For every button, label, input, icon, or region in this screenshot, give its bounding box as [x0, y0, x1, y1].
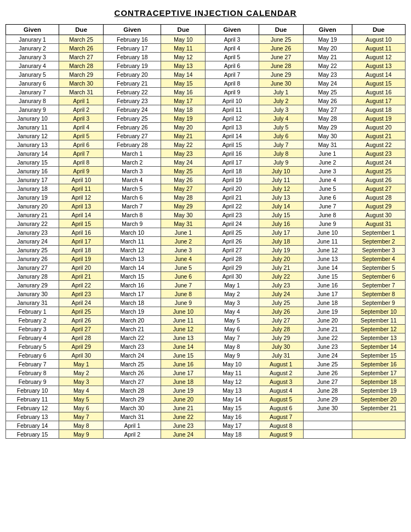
- given-cell: May 6: [206, 325, 259, 333]
- due-cell: August 9: [259, 430, 303, 439]
- given-cell: February 24: [104, 105, 161, 114]
- due-cell: May 20: [161, 123, 206, 132]
- given-cell: February 28: [104, 140, 161, 149]
- table-row: Janurary 8April 1February 23May 17April …: [6, 97, 406, 105]
- due-cell: April 15: [59, 219, 104, 228]
- due-cell: June 15: [161, 351, 206, 360]
- table-row: February 11May 5March 29June 20May 14Aug…: [6, 395, 406, 404]
- due-cell: June 23: [161, 421, 206, 430]
- due-cell: April 24: [59, 298, 104, 307]
- given-cell: February 3: [6, 325, 59, 333]
- due-cell: April 1: [59, 97, 104, 105]
- table-row: Janurary 17April 10March 4May 26April 19…: [6, 176, 406, 184]
- given-cell: Janurary 29: [6, 281, 59, 290]
- due-cell: August 14: [352, 70, 405, 79]
- given-cell: Janurary 28: [6, 272, 59, 281]
- given-cell: February 2: [6, 316, 59, 325]
- due-cell: April 18: [59, 246, 104, 254]
- due-cell: May 25: [161, 167, 206, 176]
- given-cell: Janurary 10: [6, 114, 59, 123]
- given-cell: April 5: [206, 53, 259, 61]
- due-cell: July 4: [259, 114, 303, 123]
- given-cell: Janurary 24: [6, 237, 59, 246]
- given-cell: June 18: [303, 298, 352, 307]
- given-cell: February 23: [104, 97, 161, 105]
- due-cell: June 26: [259, 44, 303, 53]
- given-cell: May 3: [206, 298, 259, 307]
- due-cell: August 31: [352, 219, 405, 228]
- due-cell: May 16: [161, 88, 206, 97]
- due-cell: June 5: [161, 263, 206, 272]
- due-cell: May 3: [59, 377, 104, 386]
- given-cell: February 26: [104, 123, 161, 132]
- header-due-1: Due: [59, 25, 104, 35]
- due-cell: June 30: [259, 79, 303, 88]
- given-cell: April 1: [104, 421, 161, 430]
- due-cell: June 28: [259, 61, 303, 70]
- given-cell: March 30: [104, 404, 161, 412]
- due-cell: July 9: [259, 158, 303, 167]
- given-cell: Janurary 25: [6, 246, 59, 254]
- given-cell: February 27: [104, 132, 161, 140]
- given-cell: February 20: [104, 70, 161, 79]
- due-cell: May 1: [59, 360, 104, 369]
- given-cell: May 12: [206, 377, 259, 386]
- given-cell: March 22: [104, 333, 161, 342]
- given-cell: March 18: [104, 298, 161, 307]
- given-cell: February 5: [6, 342, 59, 351]
- given-cell: Janurary 6: [6, 79, 59, 88]
- header-due-4: Due: [352, 25, 405, 35]
- due-cell: June 10: [161, 307, 206, 316]
- given-cell: April 21: [206, 193, 259, 202]
- given-cell: March 1: [104, 149, 161, 158]
- due-cell: September 5: [352, 263, 405, 272]
- table-row: Janurary 6March 30February 21May 15April…: [6, 79, 406, 88]
- due-cell: June 7: [161, 281, 206, 290]
- given-cell: May 9: [206, 351, 259, 360]
- due-cell: August 12: [352, 53, 405, 61]
- due-cell: July 22: [259, 272, 303, 281]
- given-cell: April 7: [206, 70, 259, 79]
- given-cell: May 24: [303, 79, 352, 88]
- given-cell: February 1: [6, 307, 59, 316]
- due-cell: August 20: [352, 123, 405, 132]
- given-cell: February 4: [6, 333, 59, 342]
- due-cell: September 4: [352, 254, 405, 263]
- table-row: February 8May 2March 26June 17May 11Augu…: [6, 369, 406, 377]
- given-cell: March 21: [104, 325, 161, 333]
- due-cell: May 8: [59, 421, 104, 430]
- due-cell: July 20: [259, 254, 303, 263]
- given-cell: June 25: [303, 360, 352, 369]
- due-cell: June 16: [161, 360, 206, 369]
- due-cell: April 19: [59, 254, 104, 263]
- given-cell: May 23: [303, 70, 352, 79]
- due-cell: September 13: [352, 333, 405, 342]
- given-cell: March 6: [104, 193, 161, 202]
- given-cell: April 26: [206, 237, 259, 246]
- due-cell: July 13: [259, 193, 303, 202]
- due-cell: May 2: [59, 369, 104, 377]
- given-cell: April 9: [206, 88, 259, 97]
- given-cell: April 27: [206, 246, 259, 254]
- table-row: Janurary 9April 2February 24May 18April …: [6, 105, 406, 114]
- given-cell: [303, 412, 352, 421]
- due-cell: March 27: [59, 53, 104, 61]
- due-cell: August 4: [259, 386, 303, 395]
- due-cell: May 15: [161, 79, 206, 88]
- given-cell: May 10: [206, 360, 259, 369]
- due-cell: September 20: [352, 395, 405, 404]
- table-row: Janurary 15April 8March 2May 24April 17J…: [6, 158, 406, 167]
- due-cell: May 6: [59, 404, 104, 412]
- due-cell: May 21: [161, 132, 206, 140]
- due-cell: April 29: [59, 342, 104, 351]
- given-cell: Janurary 9: [6, 105, 59, 114]
- due-cell: August 19: [352, 114, 405, 123]
- due-cell: June 4: [161, 254, 206, 263]
- given-cell: March 13: [104, 254, 161, 263]
- given-cell: June 8: [303, 211, 352, 219]
- header-row: Given Due Given Due Given Due Given Due: [6, 25, 406, 35]
- due-cell: September 17: [352, 369, 405, 377]
- given-cell: February 13: [6, 412, 59, 421]
- due-cell: August 6: [259, 404, 303, 412]
- given-cell: June 15: [303, 272, 352, 281]
